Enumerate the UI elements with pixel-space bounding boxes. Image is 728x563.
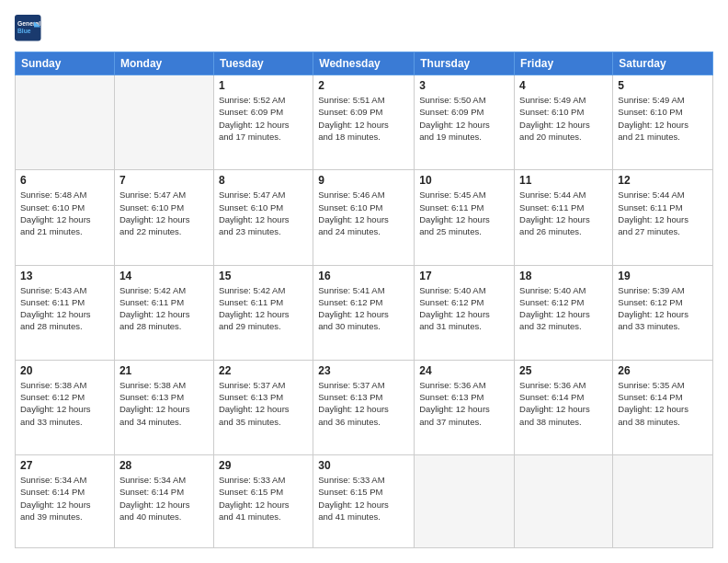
day-cell: 2Sunrise: 5:51 AMSunset: 6:09 PMDaylight… <box>313 75 415 170</box>
day-cell: 18Sunrise: 5:40 AMSunset: 6:12 PMDayligh… <box>515 265 613 360</box>
day-number: 27 <box>20 459 109 472</box>
day-number: 24 <box>419 364 509 377</box>
day-cell: 6Sunrise: 5:48 AMSunset: 6:10 PMDaylight… <box>16 170 115 265</box>
day-number: 12 <box>618 174 708 187</box>
day-info: Sunrise: 5:37 AMSunset: 6:13 PMDaylight:… <box>318 379 409 428</box>
day-info: Sunrise: 5:43 AMSunset: 6:11 PMDaylight:… <box>20 284 109 333</box>
day-number: 9 <box>318 174 409 187</box>
day-of-week-header: Wednesday <box>313 52 415 75</box>
day-number: 5 <box>618 79 708 92</box>
day-number: 10 <box>419 174 509 187</box>
day-info: Sunrise: 5:42 AMSunset: 6:11 PMDaylight:… <box>219 284 308 333</box>
day-number: 19 <box>618 270 708 282</box>
day-info: Sunrise: 5:36 AMSunset: 6:13 PMDaylight:… <box>419 379 509 428</box>
day-number: 4 <box>519 79 608 92</box>
day-info: Sunrise: 5:34 AMSunset: 6:14 PMDaylight:… <box>119 474 209 523</box>
empty-day-cell <box>415 455 515 548</box>
day-number: 13 <box>20 270 109 282</box>
day-info: Sunrise: 5:42 AMSunset: 6:11 PMDaylight:… <box>119 284 209 333</box>
day-number: 22 <box>219 364 308 377</box>
day-number: 17 <box>419 270 509 282</box>
day-cell: 28Sunrise: 5:34 AMSunset: 6:14 PMDayligh… <box>114 455 213 548</box>
day-of-week-header: Tuesday <box>213 52 313 75</box>
day-info: Sunrise: 5:41 AMSunset: 6:12 PMDaylight:… <box>318 284 409 333</box>
day-info: Sunrise: 5:33 AMSunset: 6:15 PMDaylight:… <box>318 474 409 523</box>
day-cell: 14Sunrise: 5:42 AMSunset: 6:11 PMDayligh… <box>114 265 213 360</box>
day-cell: 16Sunrise: 5:41 AMSunset: 6:12 PMDayligh… <box>313 265 415 360</box>
day-info: Sunrise: 5:40 AMSunset: 6:12 PMDaylight:… <box>519 284 608 333</box>
day-info: Sunrise: 5:49 AMSunset: 6:10 PMDaylight:… <box>519 94 608 143</box>
day-info: Sunrise: 5:47 AMSunset: 6:10 PMDaylight:… <box>119 189 209 237</box>
logo-icon: General Blue <box>15 15 42 42</box>
calendar-table: SundayMondayTuesdayWednesdayThursdayFrid… <box>15 52 713 548</box>
day-number: 21 <box>119 364 209 377</box>
day-number: 29 <box>219 459 308 472</box>
day-number: 2 <box>318 79 409 92</box>
day-cell: 13Sunrise: 5:43 AMSunset: 6:11 PMDayligh… <box>16 265 115 360</box>
day-cell: 11Sunrise: 5:44 AMSunset: 6:11 PMDayligh… <box>515 170 613 265</box>
day-cell: 9Sunrise: 5:46 AMSunset: 6:10 PMDaylight… <box>313 170 415 265</box>
day-info: Sunrise: 5:48 AMSunset: 6:10 PMDaylight:… <box>20 189 109 237</box>
day-cell: 26Sunrise: 5:35 AMSunset: 6:14 PMDayligh… <box>613 360 713 454</box>
day-cell: 4Sunrise: 5:49 AMSunset: 6:10 PMDaylight… <box>515 75 613 170</box>
day-info: Sunrise: 5:44 AMSunset: 6:11 PMDaylight:… <box>618 189 708 237</box>
day-cell: 12Sunrise: 5:44 AMSunset: 6:11 PMDayligh… <box>613 170 713 265</box>
day-cell: 19Sunrise: 5:39 AMSunset: 6:12 PMDayligh… <box>613 265 713 360</box>
week-row: 20Sunrise: 5:38 AMSunset: 6:12 PMDayligh… <box>16 360 713 454</box>
day-info: Sunrise: 5:38 AMSunset: 6:12 PMDaylight:… <box>20 379 109 428</box>
day-info: Sunrise: 5:40 AMSunset: 6:12 PMDaylight:… <box>419 284 509 333</box>
day-info: Sunrise: 5:46 AMSunset: 6:10 PMDaylight:… <box>318 189 409 237</box>
day-number: 16 <box>318 270 409 282</box>
day-cell: 27Sunrise: 5:34 AMSunset: 6:14 PMDayligh… <box>16 455 115 548</box>
week-row: 13Sunrise: 5:43 AMSunset: 6:11 PMDayligh… <box>16 265 713 360</box>
svg-text:Blue: Blue <box>17 28 31 34</box>
day-cell: 17Sunrise: 5:40 AMSunset: 6:12 PMDayligh… <box>415 265 515 360</box>
day-info: Sunrise: 5:38 AMSunset: 6:13 PMDaylight:… <box>119 379 209 428</box>
day-info: Sunrise: 5:45 AMSunset: 6:11 PMDaylight:… <box>419 189 509 237</box>
day-cell: 25Sunrise: 5:36 AMSunset: 6:14 PMDayligh… <box>515 360 613 454</box>
day-cell: 22Sunrise: 5:37 AMSunset: 6:13 PMDayligh… <box>213 360 313 454</box>
calendar-body: 1Sunrise: 5:52 AMSunset: 6:09 PMDaylight… <box>16 75 713 548</box>
day-info: Sunrise: 5:51 AMSunset: 6:09 PMDaylight:… <box>318 94 409 143</box>
day-number: 25 <box>519 364 608 377</box>
day-of-week-header: Monday <box>114 52 213 75</box>
day-info: Sunrise: 5:44 AMSunset: 6:11 PMDaylight:… <box>519 189 608 237</box>
day-cell: 1Sunrise: 5:52 AMSunset: 6:09 PMDaylight… <box>213 75 313 170</box>
day-cell: 21Sunrise: 5:38 AMSunset: 6:13 PMDayligh… <box>114 360 213 454</box>
day-number: 15 <box>219 270 308 282</box>
header: General Blue <box>15 15 713 42</box>
day-of-week-header: Thursday <box>415 52 515 75</box>
day-number: 11 <box>519 174 608 187</box>
day-number: 20 <box>20 364 109 377</box>
day-info: Sunrise: 5:37 AMSunset: 6:13 PMDaylight:… <box>219 379 308 428</box>
day-number: 14 <box>119 270 209 282</box>
day-info: Sunrise: 5:35 AMSunset: 6:14 PMDaylight:… <box>618 379 708 428</box>
day-cell: 3Sunrise: 5:50 AMSunset: 6:09 PMDaylight… <box>415 75 515 170</box>
days-of-week-row: SundayMondayTuesdayWednesdayThursdayFrid… <box>16 52 713 75</box>
day-number: 1 <box>219 79 308 92</box>
day-info: Sunrise: 5:50 AMSunset: 6:09 PMDaylight:… <box>419 94 509 143</box>
day-info: Sunrise: 5:33 AMSunset: 6:15 PMDaylight:… <box>219 474 308 523</box>
day-cell: 15Sunrise: 5:42 AMSunset: 6:11 PMDayligh… <box>213 265 313 360</box>
day-number: 3 <box>419 79 509 92</box>
day-number: 23 <box>318 364 409 377</box>
day-cell: 24Sunrise: 5:36 AMSunset: 6:13 PMDayligh… <box>415 360 515 454</box>
day-number: 7 <box>119 174 209 187</box>
day-cell: 10Sunrise: 5:45 AMSunset: 6:11 PMDayligh… <box>415 170 515 265</box>
day-number: 6 <box>20 174 109 187</box>
calendar-header: SundayMondayTuesdayWednesdayThursdayFrid… <box>16 52 713 75</box>
day-info: Sunrise: 5:36 AMSunset: 6:14 PMDaylight:… <box>519 379 608 428</box>
day-cell: 8Sunrise: 5:47 AMSunset: 6:10 PMDaylight… <box>213 170 313 265</box>
week-row: 27Sunrise: 5:34 AMSunset: 6:14 PMDayligh… <box>16 455 713 548</box>
day-number: 30 <box>318 459 409 472</box>
day-info: Sunrise: 5:39 AMSunset: 6:12 PMDaylight:… <box>618 284 708 333</box>
day-cell: 5Sunrise: 5:49 AMSunset: 6:10 PMDaylight… <box>613 75 713 170</box>
day-number: 8 <box>219 174 308 187</box>
empty-day-cell <box>114 75 213 170</box>
day-cell: 29Sunrise: 5:33 AMSunset: 6:15 PMDayligh… <box>213 455 313 548</box>
day-of-week-header: Sunday <box>16 52 115 75</box>
day-cell: 7Sunrise: 5:47 AMSunset: 6:10 PMDaylight… <box>114 170 213 265</box>
day-number: 26 <box>618 364 708 377</box>
day-info: Sunrise: 5:47 AMSunset: 6:10 PMDaylight:… <box>219 189 308 237</box>
day-number: 28 <box>119 459 209 472</box>
